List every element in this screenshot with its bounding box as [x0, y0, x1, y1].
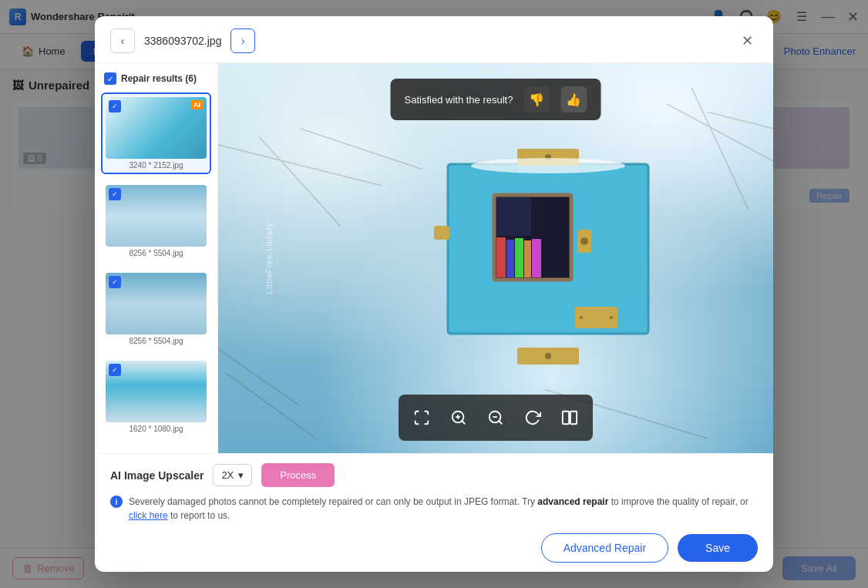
- compare-icon: [561, 409, 578, 426]
- preview-area: LittleFree.Library: [218, 63, 773, 453]
- rotate-icon: [524, 409, 541, 426]
- svg-line-0: [218, 145, 382, 186]
- thumb-checkbox-2[interactable]: ✓: [109, 188, 121, 200]
- library-box-container: [417, 141, 679, 375]
- repair-results-label: Repair results (6): [121, 73, 197, 84]
- advanced-repair-label: Advanced Repair: [564, 542, 646, 554]
- info-text-before: Severely damaged photos cannot be comple…: [129, 496, 537, 507]
- thumb-img-1: ✓ AI: [106, 97, 207, 159]
- app-window: R Wondershare Repairit 👤 🎧 😊 ☰ — ✕ 🏠 Hom…: [0, 0, 868, 588]
- svg-rect-23: [506, 240, 514, 277]
- svg-rect-22: [496, 237, 506, 277]
- compare-button[interactable]: [554, 402, 585, 433]
- prev-image-button[interactable]: ‹: [110, 29, 135, 53]
- svg-point-17: [580, 237, 588, 245]
- svg-rect-26: [532, 239, 541, 277]
- zoom-out-button[interactable]: [480, 402, 511, 433]
- svg-rect-21: [434, 226, 449, 240]
- repair-results-header: ✓ Repair results (6): [101, 72, 211, 85]
- svg-point-27: [471, 158, 625, 173]
- svg-rect-36: [570, 412, 577, 425]
- zoom-in-button[interactable]: [443, 402, 474, 433]
- close-icon: ✕: [742, 32, 753, 49]
- process-button[interactable]: Process: [261, 463, 335, 487]
- modal-body: ✓ Repair results (6) ✓ AI 3240 * 2152.jp…: [95, 63, 773, 453]
- prev-arrow-icon: ‹: [121, 35, 125, 47]
- upscaler-value: 2X: [221, 469, 234, 481]
- thumb-label-4: 1620 * 1080.jpg: [106, 425, 207, 433]
- svg-line-3: [667, 104, 773, 161]
- thumbnail-item-2[interactable]: ✓ 8256 * 5504.jpg: [101, 180, 211, 262]
- svg-rect-15: [496, 197, 531, 236]
- fullscreen-icon: [413, 409, 430, 426]
- repair-results-checkbox[interactable]: ✓: [104, 72, 116, 85]
- satisfied-bar: Satisfied with the result? 👎 👍: [391, 79, 601, 120]
- thumbup-button[interactable]: 👍: [560, 86, 587, 113]
- svg-line-29: [462, 421, 465, 424]
- thumb-checkbox-1[interactable]: ✓: [109, 100, 121, 113]
- advanced-repair-text: advanced repair: [537, 496, 608, 507]
- library-box-svg: [417, 141, 679, 372]
- next-arrow-icon: ›: [241, 35, 245, 47]
- chevron-down-icon: ▾: [238, 469, 244, 481]
- vertical-text: LittleFree.Library: [265, 222, 274, 294]
- rotate-button[interactable]: [517, 402, 548, 433]
- svg-rect-35: [563, 412, 569, 425]
- thumb-label-3: 8256 * 5504.jpg: [106, 337, 207, 345]
- upscaler-select[interactable]: 2X ▾: [213, 464, 252, 486]
- svg-line-2: [259, 136, 341, 226]
- upscaler-label: AI Image Upscaler: [110, 469, 204, 482]
- thumb-checkbox-3[interactable]: ✓: [109, 276, 121, 288]
- svg-point-20: [610, 316, 613, 319]
- preview-image-container: LittleFree.Library: [218, 63, 773, 453]
- satisfied-text: Satisfied with the result?: [405, 94, 513, 106]
- modal-bottom: AI Image Upscaler 2X ▾ Process i Severel…: [95, 453, 773, 572]
- thumb-img-2: ✓: [106, 185, 207, 247]
- svg-line-5: [708, 113, 773, 129]
- modal-dialog: ‹ 3386093702.jpg › ✕ ✓ Repair re: [95, 16, 773, 572]
- click-here-link[interactable]: click here: [129, 510, 168, 521]
- save-label: Save: [705, 542, 730, 554]
- zoom-out-icon: [487, 409, 504, 426]
- process-label: Process: [280, 469, 316, 481]
- advanced-repair-button[interactable]: Advanced Repair: [541, 533, 668, 563]
- preview-image: LittleFree.Library: [218, 63, 773, 453]
- info-text-after: to improve the quality of repair, or: [608, 496, 748, 507]
- thumbdown-icon: 👎: [529, 92, 544, 107]
- thumbup-icon: 👍: [566, 92, 581, 107]
- thumb-img-4: ✓: [106, 361, 207, 422]
- modal-header: ‹ 3386093702.jpg › ✕: [95, 16, 773, 63]
- thumbnail-sidebar: ✓ Repair results (6) ✓ AI 3240 * 2152.jp…: [95, 63, 218, 453]
- modal-filename: 3386093702.jpg: [144, 35, 221, 47]
- svg-line-4: [691, 88, 749, 210]
- thumb-checkbox-4[interactable]: ✓: [109, 364, 121, 376]
- thumb-img-3: ✓: [106, 273, 207, 334]
- thumbnail-item-3[interactable]: ✓ 8256 * 5504.jpg: [101, 268, 211, 350]
- thumbdown-button[interactable]: 👎: [523, 86, 550, 113]
- svg-rect-25: [524, 240, 531, 277]
- info-text: Severely damaged photos cannot be comple…: [129, 495, 758, 522]
- thumb-label-2: 8256 * 5504.jpg: [106, 249, 207, 257]
- thumbnail-item-4[interactable]: ✓ 1620 * 1080.jpg: [101, 356, 211, 438]
- modal-nav: ‹ 3386093702.jpg ›: [110, 29, 255, 53]
- next-image-button[interactable]: ›: [230, 29, 255, 53]
- info-icon: i: [110, 496, 123, 508]
- ai-badge-1: AI: [190, 100, 204, 109]
- save-button[interactable]: Save: [678, 534, 758, 562]
- modal-close-button[interactable]: ✕: [736, 30, 758, 52]
- svg-point-13: [545, 353, 551, 359]
- zoom-in-icon: [450, 409, 467, 426]
- svg-line-8: [227, 373, 316, 438]
- modal-actions: Advanced Repair Save: [110, 533, 758, 563]
- info-row: i Severely damaged photos cannot be comp…: [110, 495, 758, 522]
- upscaler-row: AI Image Upscaler 2X ▾ Process: [110, 463, 758, 487]
- fullscreen-button[interactable]: [406, 402, 437, 433]
- svg-rect-24: [515, 238, 523, 277]
- svg-line-1: [300, 129, 422, 170]
- preview-toolbar: [399, 395, 593, 441]
- info-end: to report to us.: [168, 510, 230, 521]
- svg-point-19: [580, 316, 583, 319]
- thumbnail-item-1[interactable]: ✓ AI 3240 * 2152.jpg: [101, 92, 211, 174]
- svg-line-33: [499, 421, 502, 424]
- thumb-label-1: 3240 * 2152.jpg: [106, 161, 207, 170]
